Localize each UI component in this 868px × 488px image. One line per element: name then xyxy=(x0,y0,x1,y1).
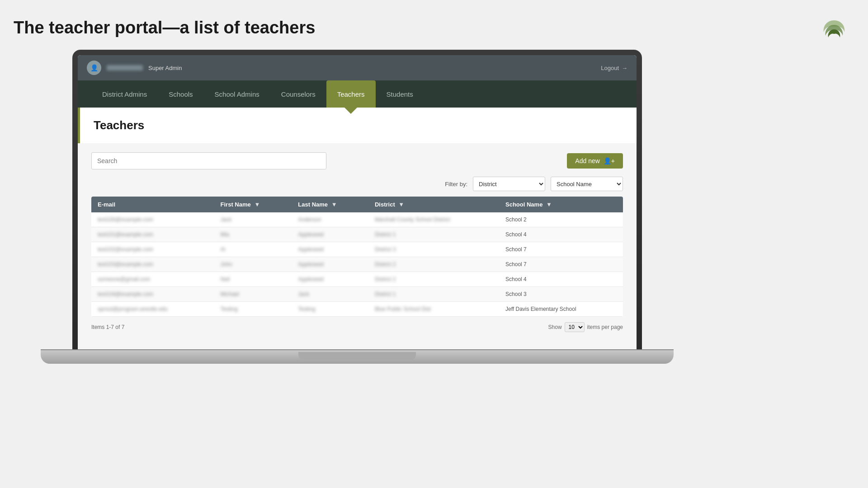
laptop-screen: 👤 Super Admin Logout → District Admins S… xyxy=(78,55,637,352)
footer-bar: Items 1-7 of 7 Show 10 25 50 items per p… xyxy=(91,317,623,332)
main-content: Teachers Add new 👤+ Filter by: District xyxy=(78,108,637,352)
table-header-row: E-mail First Name ▼ Last Name ▼ District… xyxy=(91,197,623,212)
table-row[interactable]: someone@gmail.comNeilAppleseedDistrict 2… xyxy=(91,272,623,287)
cell-school-name: School 7 xyxy=(499,242,623,257)
nav-item-students[interactable]: Students xyxy=(376,80,424,108)
cell-school-name: School 2 xyxy=(499,212,623,227)
cell-first-name: John xyxy=(214,257,292,272)
search-input[interactable] xyxy=(91,152,326,169)
cell-district: District 3 xyxy=(368,242,499,257)
content-area: Add new 👤+ Filter by: District School Na… xyxy=(78,143,637,352)
items-count: Items 1-7 of 7 xyxy=(91,324,124,330)
per-page-select[interactable]: 10 25 50 xyxy=(565,322,585,332)
table-row[interactable]: test102@example.comAlAppleseedDistrict 3… xyxy=(91,242,623,257)
table-row[interactable]: test104@example.comMichaelJackDistrict 1… xyxy=(91,287,623,302)
per-page-control: Show 10 25 50 items per page xyxy=(548,322,623,332)
user-role: Super Admin xyxy=(148,65,182,71)
add-new-label: Add new xyxy=(575,157,599,164)
sort-icon-lastname: ▼ xyxy=(331,201,337,208)
cell-district: Blue Public School Dist xyxy=(368,302,499,317)
col-school-name[interactable]: School Name ▼ xyxy=(499,197,623,212)
col-email[interactable]: E-mail xyxy=(91,197,214,212)
col-last-name[interactable]: Last Name ▼ xyxy=(292,197,368,212)
cell-last-name: Anderson xyxy=(292,212,368,227)
sort-icon-district: ▼ xyxy=(398,201,404,208)
nav-item-teachers[interactable]: Teachers xyxy=(326,80,376,108)
user-name-blurred xyxy=(107,65,143,70)
col-district[interactable]: District ▼ xyxy=(368,197,499,212)
cell-school-name: School 4 xyxy=(499,272,623,287)
nav-item-schools[interactable]: Schools xyxy=(158,80,203,108)
logout-button[interactable]: Logout → xyxy=(601,65,627,71)
items-per-page-label: items per page xyxy=(587,324,623,330)
page-headline: The teacher portal—a list of teachers xyxy=(14,18,315,38)
filter-school-select[interactable]: School Name xyxy=(551,177,623,191)
cell-district: District 1 xyxy=(368,227,499,242)
laptop-notch xyxy=(298,352,416,360)
filter-row: Filter by: District School Name xyxy=(91,177,623,191)
cell-last-name: Appleseed xyxy=(292,242,368,257)
add-person-icon: 👤+ xyxy=(604,157,615,164)
cell-district: Marshall County School District xyxy=(368,212,499,227)
show-label: Show xyxy=(548,324,562,330)
table-row[interactable]: test101@example.comMiaAppleseedDistrict … xyxy=(91,227,623,242)
cell-school-name: School 4 xyxy=(499,227,623,242)
user-info: 👤 Super Admin xyxy=(87,61,182,75)
logo-icon xyxy=(818,16,850,47)
cell-first-name: Testing xyxy=(214,302,292,317)
nav-item-school-admins[interactable]: School Admins xyxy=(204,80,270,108)
cell-last-name: Testing xyxy=(292,302,368,317)
filter-district-select[interactable]: District xyxy=(473,177,545,191)
top-bar: 👤 Super Admin Logout → xyxy=(78,55,637,80)
cell-email: test101@example.com xyxy=(91,227,214,242)
nav-item-counselors[interactable]: Counselors xyxy=(270,80,326,108)
logout-label: Logout xyxy=(601,65,619,71)
add-new-button[interactable]: Add new 👤+ xyxy=(567,153,623,169)
cell-last-name: Appleseed xyxy=(292,227,368,242)
logout-icon: → xyxy=(622,65,627,71)
cell-email: sprout@program.wrestle.edu xyxy=(91,302,214,317)
cell-email: test104@example.com xyxy=(91,287,214,302)
page-title: Teachers xyxy=(94,118,144,132)
cell-email: test103@example.com xyxy=(91,257,214,272)
cell-first-name: Al xyxy=(214,242,292,257)
cell-district: District 2 xyxy=(368,257,499,272)
cell-first-name: Mia xyxy=(214,227,292,242)
teachers-table: E-mail First Name ▼ Last Name ▼ District… xyxy=(91,197,623,317)
nav-bar: District Admins Schools School Admins Co… xyxy=(78,80,637,108)
cell-first-name: Neil xyxy=(214,272,292,287)
cell-school-name: School 7 xyxy=(499,257,623,272)
cell-email: someone@gmail.com xyxy=(91,272,214,287)
avatar: 👤 xyxy=(87,61,101,75)
cell-district: District 1 xyxy=(368,287,499,302)
cell-last-name: Appleseed xyxy=(292,257,368,272)
cell-school-name: School 3 xyxy=(499,287,623,302)
cell-email: test100@example.com xyxy=(91,212,214,227)
col-first-name[interactable]: First Name ▼ xyxy=(214,197,292,212)
nav-item-district-admins[interactable]: District Admins xyxy=(91,80,158,108)
sort-icon-school: ▼ xyxy=(546,201,552,208)
toolbar: Add new 👤+ xyxy=(91,152,623,169)
cell-first-name: Michael xyxy=(214,287,292,302)
table-row[interactable]: test103@example.comJohnAppleseedDistrict… xyxy=(91,257,623,272)
cell-last-name: Jack xyxy=(292,287,368,302)
table-row[interactable]: sprout@program.wrestle.eduTestingTesting… xyxy=(91,302,623,317)
laptop-shell: 👤 Super Admin Logout → District Admins S… xyxy=(72,50,642,352)
table-row[interactable]: test100@example.comJackAndersonMarshall … xyxy=(91,212,623,227)
sort-icon-firstname: ▼ xyxy=(254,201,260,208)
filter-label: Filter by: xyxy=(445,181,467,188)
cell-district: District 2 xyxy=(368,272,499,287)
cell-first-name: Jack xyxy=(214,212,292,227)
cell-last-name: Appleseed xyxy=(292,272,368,287)
cell-email: test102@example.com xyxy=(91,242,214,257)
cell-school-name: Jeff Davis Elementary School xyxy=(499,302,623,317)
